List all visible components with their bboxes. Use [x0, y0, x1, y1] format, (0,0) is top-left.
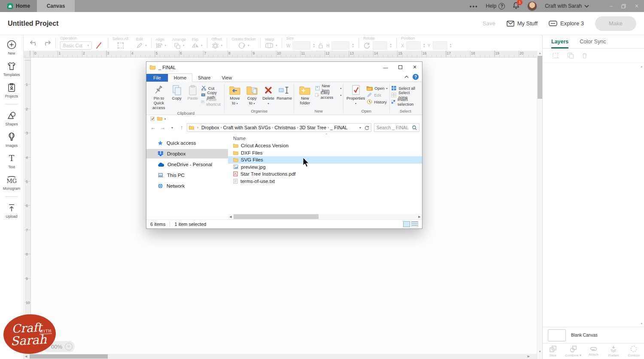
save-button[interactable]: Save	[483, 20, 495, 27]
contour-button[interactable]: Contour	[624, 344, 644, 359]
history-button[interactable]: History	[367, 98, 387, 105]
scroll-left-icon[interactable]: ◀	[25, 354, 27, 359]
panel-scroll-down-icon[interactable]: ▼	[640, 322, 643, 325]
explorer-close-button[interactable]: ✕	[407, 62, 422, 73]
zoom-in-button[interactable]: +	[65, 343, 73, 350]
easy-access-button[interactable]: Easy access▾	[315, 91, 341, 98]
breadcrumb-item[interactable]: 3D Star Tree	[300, 125, 326, 130]
x-stepper[interactable]: ▲▼	[423, 43, 425, 48]
tab-layers[interactable]: Layers	[551, 39, 568, 48]
details-view-button[interactable]	[403, 221, 410, 227]
list-scroll-thumb[interactable]	[234, 214, 319, 219]
make-button[interactable]: Make	[595, 16, 636, 31]
explorer-maximize-button[interactable]	[393, 62, 407, 73]
ribbon-tab-view[interactable]: View	[216, 74, 237, 82]
file-explorer-window[interactable]: _ FINAL — ✕ FileHomeShareView ? Pin to Q…	[146, 61, 422, 229]
breadcrumb-item[interactable]: Dropbox	[201, 125, 219, 130]
ribbon-tab-share[interactable]: Share	[192, 74, 216, 82]
nav-item-this-pc[interactable]: This PC	[146, 170, 228, 180]
file-row-terms-of-use-txt[interactable]: terms-of-use.txt	[228, 178, 422, 185]
sidebar-item-shapes[interactable]: Shapes	[0, 110, 23, 126]
address-dropdown-icon[interactable]: ▾	[359, 126, 361, 130]
breadcrumb-item[interactable]: Craft with Sarah SVGs	[223, 125, 271, 130]
file-row-star-tree-instructions-pdf[interactable]: Star Tree Instructions.pdf	[228, 170, 422, 178]
rotate-icon[interactable]	[363, 42, 371, 49]
refresh-icon[interactable]	[365, 125, 369, 130]
properties-button[interactable]: Properties ▾	[345, 84, 366, 106]
rotate-input[interactable]	[373, 41, 387, 50]
sidebar-item-projects[interactable]: Projects	[0, 82, 23, 98]
tab-color-sync[interactable]: Color Sync	[580, 39, 606, 48]
up-button[interactable]: ↑	[177, 125, 186, 131]
explorer-titlebar[interactable]: _ FINAL — ✕	[146, 62, 422, 73]
sidebar-item-text[interactable]: TText	[0, 153, 23, 169]
search-box[interactable]: Search _ FINAL	[374, 123, 419, 132]
my-stuff-button[interactable]: My Stuff	[507, 20, 538, 27]
nav-item-dropbox[interactable]: Dropbox	[146, 149, 228, 158]
qat-dropdown-icon[interactable]: ▾	[164, 117, 166, 120]
sidebar-item-upload[interactable]: Upload	[0, 203, 23, 219]
sidebar-item-templates[interactable]: Templates	[0, 61, 23, 77]
operation-select[interactable]: Basic Cut ▾	[60, 41, 92, 50]
breadcrumb-separator-icon[interactable]: ›	[326, 125, 330, 130]
edit-button[interactable]: Edit	[367, 91, 387, 98]
app-close-button[interactable]: ✕	[635, 3, 639, 9]
avatar[interactable]	[527, 1, 537, 11]
edit-button[interactable]: ▾	[136, 42, 147, 49]
select-all-button[interactable]	[117, 42, 125, 49]
paste-button[interactable]: Paste	[185, 84, 200, 101]
notifications-button[interactable]: 1	[513, 2, 519, 11]
list-scroll-right-icon[interactable]: ▶	[417, 215, 422, 219]
flatten-button[interactable]: Flatten	[604, 344, 624, 359]
file-row-svg-files[interactable]: SVG Files	[228, 156, 422, 164]
explorer-minimize-button[interactable]: —	[378, 62, 393, 73]
delete-button[interactable]: Delete ▾	[261, 84, 276, 106]
rotate-stepper[interactable]: ▲▼	[389, 43, 392, 48]
qat-folder-icon[interactable]	[157, 116, 162, 121]
breadcrumb-separator-icon[interactable]: ›	[296, 125, 300, 130]
sidebar-item-new[interactable]: New	[0, 40, 23, 55]
x-input[interactable]	[406, 41, 421, 50]
rename-button[interactable]: Rename	[276, 84, 292, 101]
canvas-vertical-scrollbar[interactable]: ▲ ▼	[537, 51, 542, 359]
attach-button[interactable]: Attach	[583, 344, 603, 359]
breadcrumb-item[interactable]: _ FINAL	[330, 125, 347, 130]
y-input[interactable]	[433, 41, 447, 50]
account-menu[interactable]: Craft with Sarah	[545, 3, 589, 9]
invert-selection-button[interactable]: Invert selection	[391, 98, 419, 105]
list-scroll-left-icon[interactable]: ◀	[228, 215, 233, 219]
canvas-horizontal-scrollbar[interactable]: ◀ ▶	[24, 354, 537, 359]
new-folder-button[interactable]: New folder	[296, 84, 314, 106]
blank-canvas-row[interactable]: Blank Canvas	[543, 327, 644, 343]
nav-item-quick-access[interactable]: Quick access	[146, 138, 228, 148]
height-input[interactable]	[331, 41, 349, 50]
duplicate-icon[interactable]	[567, 52, 574, 59]
open-button[interactable]: Open▾	[367, 85, 387, 91]
explorer-help-icon[interactable]: ?	[413, 74, 419, 80]
group-icon[interactable]	[552, 52, 559, 59]
breadcrumb-item[interactable]: Christmas	[274, 125, 296, 130]
recent-locations-icon[interactable]: ▾	[168, 126, 176, 130]
tab-canvas[interactable]: Canvas	[37, 0, 75, 12]
panel-scroll-up-icon[interactable]: ▲	[640, 65, 643, 68]
back-button[interactable]: ←	[149, 125, 158, 131]
width-stepper[interactable]: ▲▼	[313, 43, 315, 48]
linetype-swatch[interactable]	[94, 41, 103, 50]
pin-to-quick-access-button[interactable]: Pin to Quick access	[149, 84, 169, 111]
horizontal-scroll-thumb[interactable]	[30, 354, 108, 359]
copy-button[interactable]: Copy	[169, 84, 185, 101]
arrange-button[interactable]: ▾	[174, 43, 185, 49]
file-row-cricut-access-version[interactable]: Cricut Access Version	[228, 142, 422, 149]
undo-button[interactable]	[30, 40, 38, 46]
canvas-swatch[interactable]	[548, 329, 566, 341]
file-row-dxf-files[interactable]: DXF Files	[228, 149, 422, 157]
explore-machine-button[interactable]: Explore 3	[549, 20, 584, 27]
slice-button[interactable]: Slice	[543, 344, 563, 359]
lock-icon[interactable]	[318, 43, 323, 49]
breadcrumb-separator-icon[interactable]: ›	[270, 125, 274, 130]
copy-to-button[interactable]: Copy to ▾	[244, 84, 260, 106]
list-horizontal-scrollbar[interactable]: ◀ ▶	[228, 214, 422, 219]
help-button[interactable]: Help ?	[486, 3, 505, 9]
tab-home[interactable]: Home	[0, 0, 37, 12]
sidebar-item-images[interactable]: Images	[0, 132, 23, 148]
